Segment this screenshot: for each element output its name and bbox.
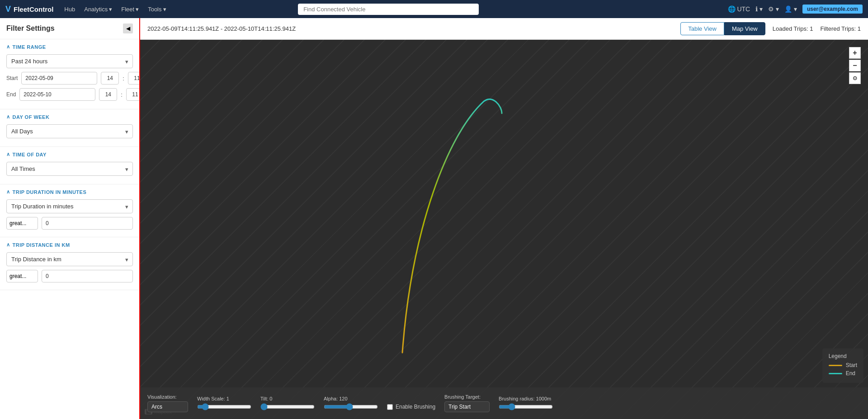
width-scale-slider-wrap [197, 403, 251, 410]
end-label: End [6, 91, 16, 98]
zoom-out-button[interactable]: − [849, 60, 861, 71]
start-minute-input[interactable] [128, 72, 140, 85]
user-icon[interactable]: 👤 ▾ [784, 5, 797, 13]
enable-brushing-label[interactable]: Enable Brushing [387, 404, 435, 410]
brushing-radius-control: Brushing radius: 1000m [499, 396, 553, 410]
sub-header: 2022-05-09T14:11:25.941Z - 2022-05-10T14… [140, 18, 868, 40]
alpha-slider-wrap [324, 403, 378, 410]
time-of-day-select[interactable]: All Times Morning Afternoon Evening [6, 162, 133, 176]
trip-counts: Loaded Trips: 1 Filtered Trips: 1 [773, 25, 861, 32]
brushing-radius-label: Brushing radius: 1000m [499, 396, 553, 401]
start-label: Start [6, 75, 18, 81]
legend-box: Legend Start End [822, 348, 863, 383]
trip-duration-header[interactable]: ∧ TRIP DURATION IN MINUTES [6, 189, 133, 195]
time-range-select-wrap: Past 24 hours Past 7 days Custom [6, 54, 133, 68]
nav-fleet[interactable]: Fleet ▾ [118, 4, 142, 14]
trip-distance-field-select[interactable]: Trip Distance in km [6, 252, 133, 266]
legend-title: Legend [829, 353, 857, 359]
app-logo[interactable]: V FleetControl [5, 5, 53, 14]
filter-settings-title: Filter Settings [6, 24, 55, 33]
legend-end-line [829, 373, 842, 374]
time-separator-end: : [121, 91, 123, 98]
nav-hub[interactable]: Hub [61, 4, 79, 14]
legend-start-line [829, 365, 842, 366]
brushing-radius-slider[interactable] [499, 403, 553, 410]
width-scale-slider[interactable] [197, 403, 251, 410]
trip-distance-chevron-icon: ∧ [6, 242, 10, 248]
logo-v-icon: V [5, 5, 11, 14]
info-icon[interactable]: ℹ ▾ [755, 5, 763, 13]
tools-dropdown-icon: ▾ [163, 6, 166, 13]
visualization-select[interactable]: Arcs Lines Points [147, 401, 188, 412]
nav-tools[interactable]: Tools ▾ [144, 4, 170, 14]
main-layout: Filter Settings ◀ ∧ TIME RANGE Past 24 h… [0, 18, 868, 419]
time-range-header[interactable]: ∧ TIME RANGE [6, 44, 133, 50]
tilt-control: Tilt: 0 [260, 396, 315, 410]
trip-duration-chevron-icon: ∧ [6, 189, 10, 195]
trip-distance-value-input[interactable] [42, 270, 133, 282]
trip-distance-field-wrap: Trip Distance in km [6, 252, 133, 266]
day-of-week-select[interactable]: All Days Weekdays Weekends [6, 124, 133, 138]
map-view-button[interactable]: Map View [724, 22, 765, 35]
brushing-target-select[interactable]: Trip Start Trip End Both [444, 401, 490, 412]
enable-brushing-checkbox[interactable] [387, 404, 393, 410]
enable-brushing-text: Enable Brushing [396, 404, 435, 410]
sidebar: Filter Settings ◀ ∧ TIME RANGE Past 24 h… [0, 18, 140, 419]
time-range-select[interactable]: Past 24 hours Past 7 days Custom [6, 54, 133, 68]
user-badge[interactable]: user@example.com [802, 5, 863, 14]
end-date-input[interactable] [19, 88, 95, 101]
tilt-slider-wrap [260, 403, 315, 410]
width-scale-control: Width Scale: 1 [197, 396, 251, 410]
trip-duration-section: ∧ TRIP DURATION IN MINUTES Trip Duration… [0, 184, 139, 237]
time-range-label: TIME RANGE [13, 44, 46, 50]
legend-start-label: Start [846, 362, 857, 368]
map-background: + − ⊙ Legend Start End [140, 40, 868, 419]
settings-icon[interactable]: ⚙ ▾ [768, 5, 779, 13]
zoom-in-button[interactable]: + [849, 47, 861, 59]
brushing-target-label: Brushing Target: [444, 394, 490, 400]
trip-duration-comparator-select[interactable]: great... less... equal... [6, 217, 38, 230]
day-of-week-header[interactable]: ∧ DAY OF WEEK [6, 114, 133, 120]
visualization-label: Visualization: [147, 394, 188, 400]
top-navigation: V FleetControl Hub Analytics ▾ Fleet ▾ T… [0, 0, 868, 18]
time-range-chevron-icon: ∧ [6, 44, 10, 50]
trip-duration-field-select[interactable]: Trip Duration in minutes [6, 199, 133, 213]
search-input[interactable] [298, 4, 479, 15]
sidebar-collapse-button[interactable]: ◀ [123, 24, 133, 33]
time-of-day-select-wrap: All Times Morning Afternoon Evening [6, 162, 133, 176]
day-of-week-section: ∧ DAY OF WEEK All Days Weekdays Weekends [0, 109, 139, 147]
map-container[interactable]: + − ⊙ Legend Start End [140, 40, 868, 419]
trip-duration-value-input[interactable] [42, 217, 133, 230]
zoom-reset-button[interactable]: ⊙ [849, 72, 861, 84]
content-area: 2022-05-09T14:11:25.941Z - 2022-05-10T14… [140, 18, 868, 419]
brushing-target-control: Brushing Target: Trip Start Trip End Bot… [444, 394, 490, 412]
view-toggle: Table View Map View [680, 22, 765, 35]
table-view-button[interactable]: Table View [680, 22, 724, 35]
trip-distance-header[interactable]: ∧ TRIP DISTANCE IN KM [6, 242, 133, 248]
start-hour-input[interactable] [101, 72, 119, 85]
enable-brushing-spacer [387, 396, 435, 402]
loaded-trips: Loaded Trips: 1 [773, 25, 813, 32]
width-scale-label: Width Scale: 1 [197, 396, 251, 401]
alpha-slider[interactable] [324, 403, 378, 410]
alpha-label: Alpha: 120 [324, 396, 378, 401]
enable-brushing-control: Enable Brushing [387, 396, 435, 410]
time-of-day-chevron-icon: ∧ [6, 151, 10, 157]
legend-end-item: End [829, 370, 857, 377]
analytics-dropdown-icon: ▾ [109, 6, 112, 13]
day-of-week-chevron-icon: ∧ [6, 114, 10, 120]
globe-icon[interactable]: 🌐 UTC [728, 5, 750, 13]
nav-analytics[interactable]: Analytics ▾ [80, 4, 116, 14]
tilt-slider[interactable] [260, 403, 315, 410]
end-hour-input[interactable] [99, 88, 117, 101]
end-minute-input[interactable] [126, 88, 140, 101]
fleet-dropdown-icon: ▾ [136, 6, 139, 13]
trip-distance-comparator-select[interactable]: great... less... equal... [6, 270, 38, 282]
legend-start-item: Start [829, 362, 857, 368]
alpha-control: Alpha: 120 [324, 396, 378, 410]
start-date-input[interactable] [21, 72, 97, 85]
tilt-label: Tilt: 0 [260, 396, 315, 401]
end-date-row: End : [6, 88, 133, 101]
time-of-day-header[interactable]: ∧ TIME OF DAY [6, 151, 133, 157]
map-zoom-controls: + − ⊙ [849, 47, 861, 84]
